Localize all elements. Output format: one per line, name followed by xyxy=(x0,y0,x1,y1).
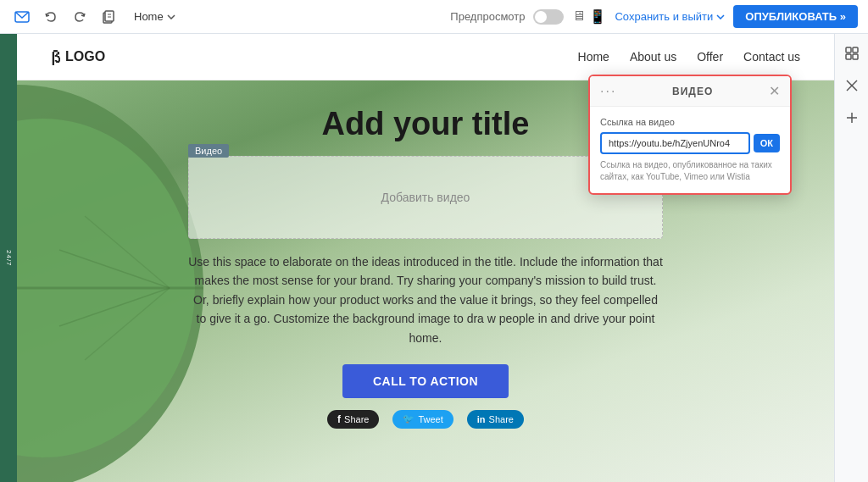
video-label-badge: Видео xyxy=(188,144,229,158)
svg-rect-15 xyxy=(853,54,858,59)
twitter-share-label: Tweet xyxy=(418,414,442,424)
toolbar: Home Предпросмотр 🖥 📱 Сохранить и выйти … xyxy=(0,0,868,34)
social-share: f Share 🐦 Tweet in Share xyxy=(51,410,800,429)
svg-rect-2 xyxy=(105,11,114,21)
redo-button[interactable] xyxy=(68,5,92,29)
video-url-input[interactable] xyxy=(600,132,750,154)
mail-icon-btn[interactable] xyxy=(10,5,34,29)
publish-label: ОПУБЛИКОВАТЬ » xyxy=(745,10,846,23)
right-panel xyxy=(834,34,868,482)
nav-about[interactable]: About us xyxy=(630,50,676,64)
popup-body: Ссылка на видео ОК Ссылка на видео, опуб… xyxy=(590,107,790,193)
site-nav-links: Home About us Offer Contact us xyxy=(578,50,800,64)
undo-button[interactable] xyxy=(39,5,63,29)
publish-button[interactable]: ОПУБЛИКОВАТЬ » xyxy=(733,5,858,28)
save-exit-button[interactable]: Сохранить и выйти xyxy=(615,10,725,23)
home-tab-label: Home xyxy=(134,10,164,23)
left-panel[interactable]: 24/7 xyxy=(0,34,17,482)
pages-button[interactable] xyxy=(97,5,120,29)
popup-header: ··· ВИДЕО ✕ xyxy=(590,76,790,107)
site-nav: ꞵ LOGO Home About us Offer Contact us xyxy=(17,34,834,80)
desktop-icon[interactable]: 🖥 xyxy=(572,8,586,25)
linkedin-share-label: Share xyxy=(489,414,514,424)
site-logo: ꞵ LOGO xyxy=(51,46,105,68)
popup-hint: Ссылка на видео, опубликованное на таких… xyxy=(600,159,780,183)
home-tab[interactable]: Home xyxy=(125,7,184,26)
linkedin-icon: in xyxy=(477,414,486,424)
facebook-share-btn[interactable]: f Share xyxy=(327,410,379,429)
main-layout: 24/7 ꞵ LOGO Home About us Offer Contact … xyxy=(0,34,868,482)
preview-toggle[interactable] xyxy=(533,9,564,25)
preview-label: Предпросмотр xyxy=(450,10,525,23)
popup-ok-button[interactable]: ОК xyxy=(754,134,780,152)
save-exit-label: Сохранить и выйти xyxy=(615,10,713,23)
svg-rect-13 xyxy=(853,47,858,53)
device-icons: 🖥 📱 xyxy=(572,8,606,25)
video-placeholder: Добавить видео xyxy=(381,191,470,204)
svg-rect-12 xyxy=(846,47,851,53)
popup-field-label: Ссылка на видео xyxy=(600,117,780,127)
facebook-icon: f xyxy=(337,413,341,425)
nav-offer[interactable]: Offer xyxy=(697,50,723,64)
popup-dots-icon: ··· xyxy=(600,84,616,99)
linkedin-share-btn[interactable]: in Share xyxy=(467,410,524,429)
popup-close-button[interactable]: ✕ xyxy=(769,83,780,99)
logo-b-icon: ꞵ xyxy=(51,46,60,68)
nav-contact[interactable]: Contact us xyxy=(743,50,800,64)
close-panel-btn[interactable] xyxy=(839,73,865,98)
twitter-icon: 🐦 xyxy=(403,413,415,424)
canvas-area: ꞵ LOGO Home About us Offer Contact us xyxy=(17,34,834,482)
toolbar-right: Предпросмотр 🖥 📱 Сохранить и выйти ОПУБЛ… xyxy=(450,5,858,28)
mobile-icon[interactable]: 📱 xyxy=(589,8,606,25)
layout-panel-btn[interactable] xyxy=(839,41,865,66)
toolbar-left: Home xyxy=(10,5,443,29)
logo-text: LOGO xyxy=(65,49,105,64)
nav-home[interactable]: Home xyxy=(578,50,609,64)
popup-input-row: ОК xyxy=(600,132,780,154)
add-element-btn[interactable] xyxy=(839,105,865,130)
video-popup: ··· ВИДЕО ✕ Ссылка на видео ОК Ссылка на… xyxy=(588,75,792,195)
left-panel-label: 24/7 xyxy=(5,250,13,267)
cta-button[interactable]: CALL TO ACTION xyxy=(342,364,509,398)
hero-text: Use this space to elaborate on the ideas… xyxy=(188,252,663,347)
facebook-share-label: Share xyxy=(344,414,369,424)
popup-title: ВИДЕО xyxy=(616,86,769,97)
twitter-share-btn[interactable]: 🐦 Tweet xyxy=(392,410,453,429)
svg-rect-14 xyxy=(846,54,851,59)
